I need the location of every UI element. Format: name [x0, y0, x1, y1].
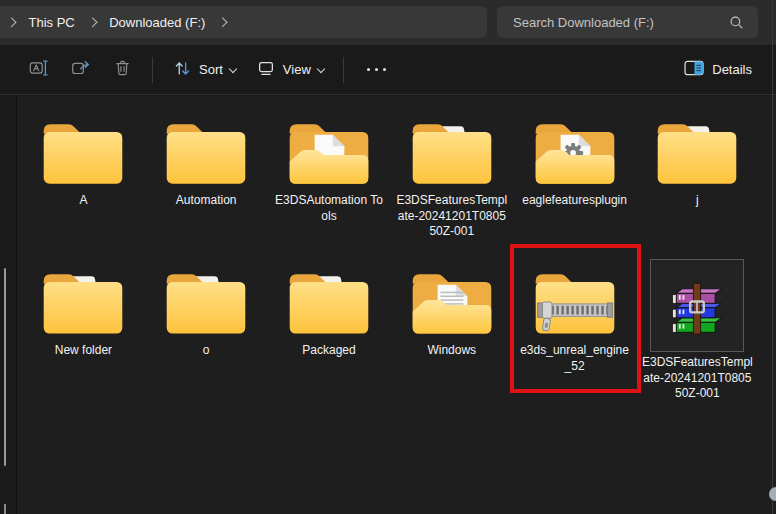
file-item[interactable]: o — [145, 255, 268, 405]
breadcrumb-downloaded-f[interactable]: Downloaded (F:) — [105, 13, 209, 32]
folder-paper-icon — [37, 263, 129, 341]
file-label: E3DSAutomation Tools — [273, 193, 385, 224]
sort-arrows-icon — [172, 58, 192, 81]
see-more-button[interactable] — [353, 58, 401, 81]
share-icon — [70, 57, 92, 82]
file-label: eaglefeaturesplugin — [522, 193, 627, 209]
folder-paper-icon — [160, 263, 252, 341]
delete-button[interactable] — [102, 51, 143, 88]
breadcrumb-chevron-icon — [87, 17, 96, 26]
file-item[interactable]: j — [636, 105, 759, 255]
folder-paper-icon — [283, 263, 375, 341]
folder-zip-icon — [529, 263, 621, 341]
folder-plain-icon — [37, 113, 129, 191]
address-bar[interactable]: This PC Downloaded (F:) — [0, 6, 487, 38]
file-item[interactable]: e3ds_unreal_engine_52 — [513, 255, 636, 405]
view-button[interactable]: View — [246, 52, 334, 87]
left-scrollbar-end[interactable] — [4, 504, 6, 514]
file-item[interactable]: New folder — [22, 255, 145, 405]
toolbar-divider — [152, 57, 153, 83]
rename-icon — [28, 57, 50, 82]
search-icon — [729, 15, 744, 30]
file-item[interactable]: Windows — [390, 255, 513, 405]
file-grid: AAutomationE3DSAutomation ToolsE3DSFeatu… — [22, 105, 759, 405]
view-frame-icon — [256, 58, 276, 81]
folder-open-gear-icon — [529, 113, 621, 191]
share-button[interactable] — [60, 51, 102, 88]
folder-plain-icon — [160, 113, 252, 191]
nav-pane-remnant — [0, 96, 17, 514]
folder-paper-icon — [406, 113, 498, 191]
file-item[interactable]: E3DSFeaturesTemplate-20241201T080550Z-00… — [390, 105, 513, 255]
breadcrumb-chevron-icon — [218, 17, 227, 26]
file-label: E3DSFeaturesTemplate-20241201T080550Z-00… — [641, 355, 753, 402]
folder-paper-icon — [651, 113, 743, 191]
see-more-ellipsis-icon — [363, 64, 391, 75]
file-explorer-window: This PC Downloaded (F:) — [0, 0, 776, 514]
command-bar: Sort View Details — [0, 45, 776, 95]
file-label: o — [203, 343, 210, 359]
file-thumbnail-box — [650, 259, 744, 352]
file-label: Packaged — [302, 343, 355, 359]
file-label: E3DSFeaturesTemplate-20241201T080550Z-00… — [396, 193, 508, 240]
sort-label: Sort — [199, 62, 223, 77]
window-right-edge — [772, 0, 773, 514]
explorer-body: AAutomationE3DSAutomation ToolsE3DSFeatu… — [0, 96, 776, 514]
toolbar-divider — [343, 57, 344, 83]
details-button[interactable]: Details — [674, 54, 762, 86]
file-item[interactable]: E3DSFeaturesTemplate-20241201T080550Z-00… — [636, 255, 759, 405]
breadcrumb-chevron-icon — [7, 17, 16, 26]
scroll-indicator-dot — [769, 487, 776, 501]
breadcrumb-this-pc[interactable]: This PC — [25, 13, 79, 32]
folder-open-lines-icon — [406, 263, 498, 341]
file-item[interactable]: A — [22, 105, 145, 255]
file-label: e3ds_unreal_engine_52 — [519, 343, 631, 374]
search-box[interactable] — [497, 6, 758, 38]
trash-icon — [112, 57, 133, 82]
left-scrollbar-thumb[interactable] — [4, 268, 6, 466]
view-label: View — [283, 62, 311, 77]
file-grid-area: AAutomationE3DSAutomation ToolsE3DSFeatu… — [17, 96, 776, 514]
file-label: Automation — [176, 193, 237, 209]
file-item[interactable]: eaglefeaturesplugin — [513, 105, 636, 255]
sort-button[interactable]: Sort — [162, 52, 246, 87]
chevron-down-icon — [229, 64, 237, 72]
file-label: A — [79, 193, 87, 209]
rename-button[interactable] — [18, 51, 60, 88]
chevron-down-icon — [317, 64, 325, 72]
details-pane-icon — [684, 60, 705, 80]
folder-open-doc-icon — [283, 113, 375, 191]
file-item[interactable]: Packaged — [268, 255, 391, 405]
file-item[interactable]: Automation — [145, 105, 268, 255]
file-item[interactable]: E3DSAutomation Tools — [268, 105, 391, 255]
file-label: New folder — [55, 343, 112, 359]
details-label: Details — [712, 62, 752, 77]
file-label: Windows — [427, 343, 476, 359]
file-label: j — [696, 193, 699, 209]
navigation-bar: This PC Downloaded (F:) — [0, 0, 776, 45]
search-input[interactable] — [511, 14, 729, 31]
winrar-icon — [668, 277, 726, 335]
